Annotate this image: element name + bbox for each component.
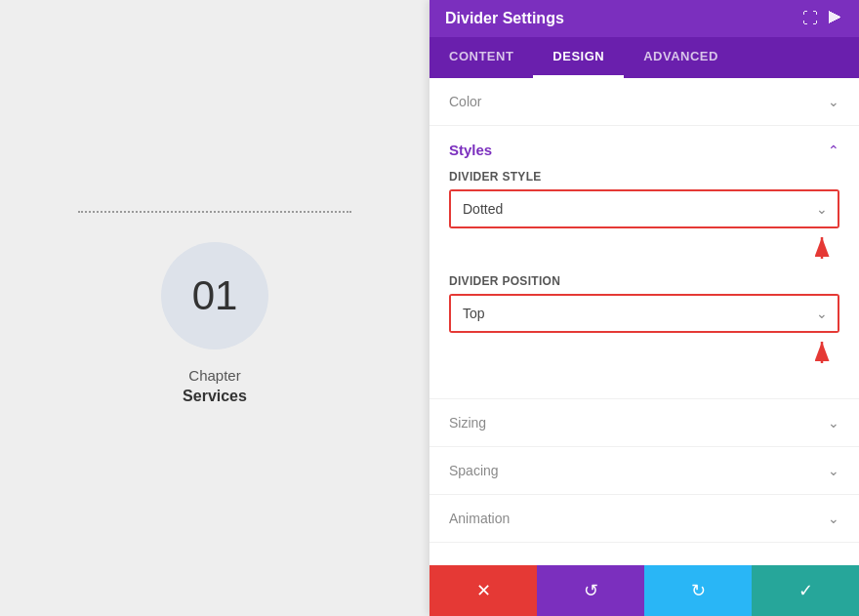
divider-position-select-wrapper: Top Center Bottom ⌄ bbox=[449, 294, 839, 333]
styles-section-header[interactable]: Styles ⌃ bbox=[449, 126, 839, 170]
header-icons: ⛶ ⯈ bbox=[802, 10, 843, 27]
divider-position-select[interactable]: Top Center Bottom bbox=[451, 296, 838, 331]
divider-position-label: Divider Position bbox=[449, 274, 839, 288]
delete-button[interactable]: ✕ bbox=[430, 565, 537, 616]
styles-section-label: Styles bbox=[449, 142, 492, 158]
panel-header: Divider Settings ⛶ ⯈ bbox=[430, 0, 859, 37]
chapter-number-circle: 01 bbox=[161, 242, 268, 349]
canvas-area: 01 Chapter Services bbox=[0, 0, 430, 616]
divider-style-field: Divider Style Solid Dashed Dotted Double… bbox=[449, 170, 839, 259]
sizing-section-header[interactable]: Sizing ⌄ bbox=[430, 399, 859, 447]
spacing-chevron-icon: ⌄ bbox=[828, 463, 839, 478]
divider-position-field: Divider Position Top Center Bottom ⌄ bbox=[449, 274, 839, 363]
divider-style-select[interactable]: Solid Dashed Dotted Double bbox=[451, 191, 838, 226]
panel-title: Divider Settings bbox=[445, 10, 564, 27]
save-button[interactable]: ✓ bbox=[752, 565, 859, 616]
animation-section-header[interactable]: Animation ⌄ bbox=[430, 495, 859, 543]
divider-style-select-wrapper: Solid Dashed Dotted Double ⌄ bbox=[449, 189, 839, 228]
animation-section-label: Animation bbox=[449, 511, 510, 526]
animation-chevron-icon: ⌄ bbox=[828, 511, 839, 526]
color-section-header[interactable]: Color ⌄ bbox=[430, 78, 859, 126]
arrow-indicator-style bbox=[449, 231, 839, 259]
tab-design[interactable]: Design bbox=[533, 37, 624, 78]
chapter-label: Chapter bbox=[188, 367, 240, 384]
redo-button[interactable]: ↻ bbox=[644, 565, 752, 616]
arrow-indicator-position bbox=[449, 336, 839, 363]
styles-section: Styles ⌃ Divider Style Solid Dashed Dott… bbox=[430, 126, 859, 399]
sizing-chevron-icon: ⌄ bbox=[828, 415, 839, 431]
divider-style-label: Divider Style bbox=[449, 170, 839, 184]
resize-icon[interactable]: ⛶ bbox=[802, 10, 818, 27]
tab-advanced[interactable]: Advanced bbox=[624, 37, 738, 78]
settings-panel: Divider Settings ⛶ ⯈ Content Design Adva… bbox=[430, 0, 859, 616]
color-section-label: Color bbox=[449, 94, 481, 109]
sizing-section-label: Sizing bbox=[449, 415, 486, 431]
layout-icon[interactable]: ⯈ bbox=[828, 10, 843, 27]
tab-content[interactable]: Content bbox=[430, 37, 533, 78]
spacing-section-header[interactable]: Spacing ⌄ bbox=[430, 447, 859, 495]
dotted-divider bbox=[78, 211, 351, 213]
panel-footer: ✕ ↺ ↻ ✓ bbox=[430, 565, 859, 616]
chapter-number: 01 bbox=[192, 272, 238, 319]
color-chevron-icon: ⌄ bbox=[828, 94, 839, 109]
spacing-section-label: Spacing bbox=[449, 463, 499, 478]
chapter-title: Services bbox=[183, 388, 247, 405]
panel-body: Color ⌄ Styles ⌃ Divider Style Solid Das… bbox=[430, 78, 859, 565]
styles-chevron-icon: ⌃ bbox=[828, 143, 839, 158]
reset-button[interactable]: ↺ bbox=[537, 565, 644, 616]
panel-tabs: Content Design Advanced bbox=[430, 37, 859, 78]
